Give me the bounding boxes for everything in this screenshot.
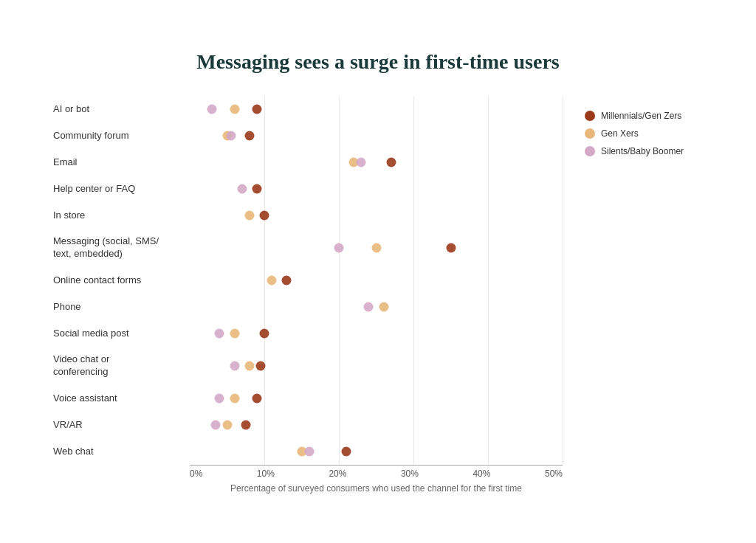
dot-millenial <box>282 276 292 286</box>
table-row: Video chat orconferencing <box>53 347 563 385</box>
axis-label: 50% <box>545 468 563 479</box>
row-dots <box>190 320 563 347</box>
row-label: Email <box>53 156 190 169</box>
grid-line <box>488 412 489 438</box>
grid-line <box>264 149 265 176</box>
legend-item: Gen Xers <box>585 128 703 139</box>
axis-label: 30% <box>401 468 419 479</box>
row-dots <box>190 122 563 149</box>
dot-millenial <box>241 421 250 430</box>
row-label: Help center or FAQ <box>53 183 190 196</box>
grid-line <box>339 122 340 149</box>
grid-line <box>264 438 265 465</box>
dot-silent <box>215 329 224 339</box>
legend-dot-millenial <box>585 111 595 121</box>
grid-line <box>264 294 265 320</box>
table-row: Web chat <box>53 438 563 465</box>
legend-item: Silents/Baby Boomer <box>585 146 703 156</box>
grid-line <box>413 96 414 122</box>
legend-label-millenial: Millennials/Gen Zers <box>601 111 681 121</box>
x-axis: 0%10%20%30%40%50% <box>190 465 563 479</box>
grid-line <box>413 202 414 229</box>
row-label: Community forum <box>53 130 190 142</box>
grid-line <box>563 267 563 294</box>
dot-genx <box>222 421 232 430</box>
grid-line <box>413 122 414 149</box>
dot-genx <box>230 329 239 339</box>
grid-line <box>413 438 414 465</box>
grid-line <box>264 122 265 149</box>
grid-line <box>413 412 414 438</box>
dot-silent <box>304 447 314 457</box>
grid-line <box>563 294 563 320</box>
row-label: Social media post <box>53 328 190 340</box>
grid-line <box>413 149 414 176</box>
grid-line <box>488 202 489 229</box>
dot-silent <box>230 362 239 371</box>
table-row: VR/AR <box>53 412 563 438</box>
axis-label: 40% <box>472 468 490 479</box>
grid-line <box>339 320 340 347</box>
table-row: AI or bot <box>53 96 563 122</box>
chart-title: Messaging sees a surge in first-time use… <box>53 49 703 75</box>
grid-line <box>563 122 563 149</box>
dot-silent <box>215 394 224 404</box>
axis-label: 20% <box>329 468 346 479</box>
row-label: Messaging (social, SMS/text, embedded) <box>53 235 190 260</box>
dot-millenial <box>260 211 269 221</box>
row-dots <box>190 294 563 320</box>
grid-line <box>413 347 414 385</box>
table-row: Messaging (social, SMS/text, embedded) <box>53 229 563 267</box>
dot-silent <box>207 105 217 114</box>
grid-line <box>563 347 563 385</box>
dot-silent <box>357 158 366 167</box>
row-label: Web chat <box>53 446 190 458</box>
legend-item: Millennials/Gen Zers <box>585 111 703 121</box>
table-row: Voice assistant <box>53 385 563 412</box>
row-label: In store <box>53 210 190 222</box>
legend-dot-silent <box>585 146 595 156</box>
grid-line <box>563 202 563 229</box>
row-dots <box>190 438 563 465</box>
row-label: Voice assistant <box>53 392 190 405</box>
dot-silent <box>364 302 374 312</box>
grid-line <box>264 412 265 438</box>
row-dots <box>190 229 563 267</box>
dot-millenial <box>252 105 261 114</box>
axis-label: 10% <box>257 468 275 479</box>
dot-genx <box>244 362 254 371</box>
dot-silent <box>226 131 236 141</box>
grid-line <box>339 294 340 320</box>
grid-line <box>488 229 489 267</box>
grid-line <box>339 347 340 385</box>
grid-line <box>264 267 265 294</box>
table-row: Email <box>53 149 563 176</box>
row-dots <box>190 202 563 229</box>
dot-millenial <box>244 131 254 141</box>
grid-line <box>488 267 489 294</box>
grid-line <box>488 176 489 202</box>
axis-labels: 0%10%20%30%40%50% <box>190 466 563 479</box>
row-label: AI or bot <box>53 103 190 116</box>
grid-line <box>488 347 489 385</box>
grid-line <box>488 438 489 465</box>
dot-genx <box>230 394 239 404</box>
row-dots <box>190 149 563 176</box>
dot-silent <box>334 243 344 253</box>
grid-line <box>488 122 489 149</box>
dot-silent <box>237 184 247 194</box>
grid-line <box>488 385 489 412</box>
table-row: Help center or FAQ <box>53 176 563 202</box>
grid-line <box>563 412 563 438</box>
grid-line <box>339 412 340 438</box>
row-dots <box>190 385 563 412</box>
row-dots <box>190 176 563 202</box>
dot-genx <box>230 105 239 114</box>
grid-line <box>563 96 563 122</box>
dot-millenial <box>342 447 351 457</box>
dot-millenial <box>446 243 456 253</box>
grid-line <box>563 320 563 347</box>
axis-label: 0% <box>190 468 202 479</box>
dot-silent <box>211 421 221 430</box>
grid-line <box>339 176 340 202</box>
